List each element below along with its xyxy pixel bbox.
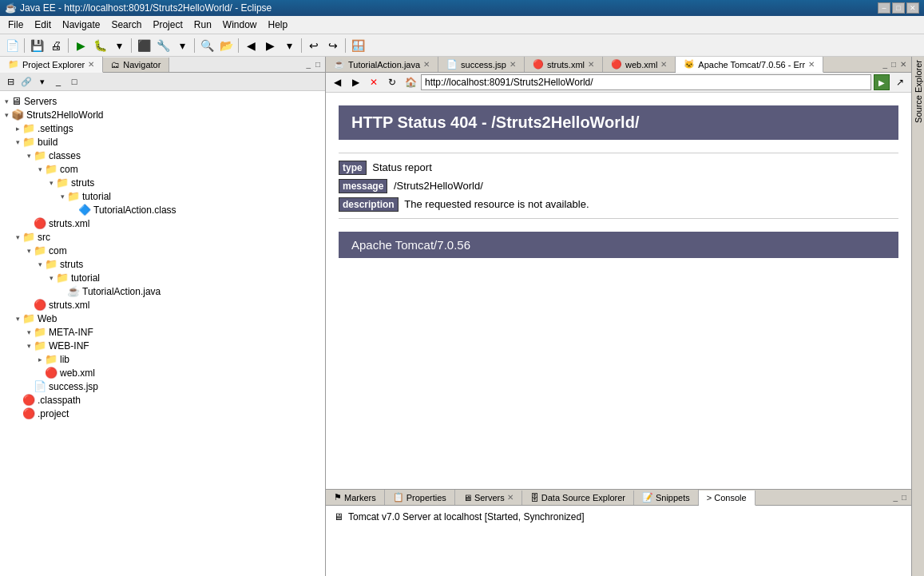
next-edit-button[interactable]: ↪ [324, 37, 342, 54]
tree-expander[interactable]: ▾ [2, 97, 11, 106]
back-button[interactable]: ◀ [242, 37, 260, 54]
tree-item[interactable]: ▾ 🖥 Servers [0, 94, 325, 108]
tree-expander[interactable]: ▾ [13, 232, 22, 242]
bottom-tab-console[interactable]: >Console [699, 491, 755, 506]
bottom-tab-servers[interactable]: 🖥Servers✕ [455, 491, 522, 505]
tree-item[interactable]: ▾ 📁 src [0, 230, 325, 244]
editor-tab-struts-xml[interactable]: 🔴struts.xml✕ [525, 57, 603, 72]
new-button[interactable]: 📄 [3, 37, 21, 54]
tree-item[interactable]: ▸ 📁 lib [0, 352, 325, 366]
tree-expander[interactable] [24, 300, 34, 310]
tree-expander[interactable]: ▾ [13, 137, 22, 147]
tree-item[interactable]: ▾ 📁 Web [0, 312, 325, 325]
editor-tab-web-xml[interactable]: 🔴web.xml✕ [603, 57, 676, 72]
search-button[interactable]: 🔍 [198, 37, 216, 54]
tree-expander[interactable] [35, 368, 45, 378]
browser-home-button[interactable]: 🏠 [403, 74, 418, 90]
tree-expander[interactable]: ▾ [24, 341, 34, 351]
title-bar-controls[interactable]: – □ ✕ [878, 2, 919, 14]
bottom-panel-minimize[interactable]: _ [891, 492, 899, 503]
tree-expander[interactable] [24, 382, 34, 391]
browser-url-input[interactable] [421, 74, 871, 90]
editor-tab-close-icon[interactable]: ✕ [588, 60, 594, 69]
tree-expander[interactable]: ▾ [35, 165, 45, 174]
debug-button[interactable]: 🐛 [91, 37, 109, 54]
tree-expander[interactable] [24, 219, 34, 228]
tree-min-button[interactable]: _ [51, 74, 65, 89]
tree-expander[interactable]: ▾ [35, 260, 45, 269]
tree-item[interactable]: ▾ 📁 META-INF [0, 325, 325, 339]
close-button[interactable]: ✕ [906, 2, 919, 14]
tree-expander[interactable]: ▸ [13, 124, 22, 133]
perspective-button[interactable]: 🪟 [349, 37, 367, 54]
tree-expander[interactable]: ▾ [58, 192, 67, 201]
explorer-tab-project-explorer[interactable]: 📁Project Explorer✕ [0, 57, 103, 73]
editor-tab-close-icon[interactable]: ✕ [423, 60, 430, 69]
tree-expander[interactable]: ▾ [46, 273, 56, 283]
source-explorer-label[interactable]: Source Explorer [912, 57, 924, 126]
stop-server-button[interactable]: ⬛ [135, 37, 153, 54]
nav-dropdown[interactable]: ▾ [280, 37, 298, 54]
tree-expander[interactable] [69, 205, 78, 215]
tree-expander[interactable] [13, 409, 22, 419]
print-button[interactable]: 🖨 [47, 37, 65, 54]
editor-tab-close-icon[interactable]: ✕ [510, 60, 516, 69]
minimize-button[interactable]: – [878, 2, 890, 14]
editor-panel-minimize[interactable]: _ [881, 59, 889, 70]
browser-back-button[interactable]: ◀ [329, 74, 345, 90]
panel-maximize-button[interactable]: □ [314, 59, 322, 70]
tree-item[interactable]: 🔴 struts.xml [0, 298, 325, 312]
menu-item-run[interactable]: Run [189, 18, 216, 32]
browser-open-external-button[interactable]: ↗ [892, 74, 908, 90]
menu-item-file[interactable]: File [3, 18, 28, 32]
panel-minimize-button[interactable]: _ [304, 59, 312, 70]
tree-expander[interactable]: ▾ [46, 178, 56, 188]
run-button[interactable]: ▶ [72, 37, 89, 54]
tree-item[interactable]: ▾ 📁 classes [0, 149, 325, 162]
bottom-tab-snippets[interactable]: 📝Snippets [634, 490, 699, 505]
tree-expander[interactable]: ▾ [24, 246, 34, 256]
editor-tab-close-icon[interactable]: ✕ [808, 60, 815, 69]
tree-expander[interactable]: ▾ [2, 110, 11, 120]
menu-item-window[interactable]: Window [218, 18, 262, 32]
bottom-tab-close-icon[interactable]: ✕ [507, 493, 514, 502]
menu-item-edit[interactable]: Edit [30, 18, 56, 32]
tree-item[interactable]: ▾ 📁 com [0, 162, 325, 176]
editor-panel-close[interactable]: ✕ [898, 59, 908, 70]
maximize-button[interactable]: □ [892, 2, 905, 14]
editor-panel-maximize[interactable]: □ [890, 59, 898, 70]
editor-tab-close-icon[interactable]: ✕ [660, 60, 667, 69]
bottom-panel-maximize[interactable]: □ [900, 492, 908, 503]
bottom-tab-data-source[interactable]: 🗄Data Source Explorer [522, 491, 634, 505]
tree-expander[interactable]: ▸ [35, 355, 45, 364]
bottom-tab-properties[interactable]: 📋Properties [385, 490, 455, 505]
tree-item[interactable]: 🔴 .project [0, 407, 325, 420]
run-dropdown[interactable]: ▾ [110, 37, 128, 54]
explorer-tab-navigator[interactable]: 🗂Navigator [103, 58, 169, 72]
tree-item[interactable]: ▾ 📁 struts [0, 176, 325, 189]
browser-stop-button[interactable]: ✕ [366, 74, 382, 90]
tree-item[interactable]: ▾ 📁 com [0, 244, 325, 257]
collapse-all-button[interactable]: ⊟ [3, 74, 18, 89]
tree-item[interactable]: ▾ 📁 struts [0, 257, 325, 271]
browser-forward-button[interactable]: ▶ [347, 74, 363, 90]
browser-go-button[interactable]: ▶ [874, 74, 890, 90]
tree-item[interactable]: ▸ 📁 .settings [0, 121, 325, 135]
tree-item[interactable]: 🔷 TutorialAction.class [0, 203, 325, 216]
editor-tab-tutorial-action-java[interactable]: ☕TutorialAction.java✕ [326, 57, 438, 72]
tab-close-icon[interactable]: ✕ [88, 60, 94, 69]
bottom-tab-markers[interactable]: ⚑Markers [326, 490, 385, 505]
menu-item-search[interactable]: Search [106, 18, 146, 32]
prev-edit-button[interactable]: ↩ [305, 37, 323, 54]
tree-item[interactable]: ▾ 📁 WEB-INF [0, 339, 325, 352]
tree-expander[interactable]: ▾ [24, 328, 34, 337]
menu-item-project[interactable]: Project [148, 18, 187, 32]
tree-menu-button[interactable]: ▾ [35, 74, 50, 89]
external-tools-button[interactable]: 🔧 [154, 37, 172, 54]
link-with-editor-button[interactable]: 🔗 [19, 74, 34, 89]
tree-item[interactable]: ▾ 📁 tutorial [0, 271, 325, 284]
tree-max-button[interactable]: □ [67, 74, 81, 89]
open-type-button[interactable]: 📂 [217, 37, 235, 54]
tree-item[interactable]: ▾ 📁 build [0, 135, 325, 149]
forward-button[interactable]: ▶ [261, 37, 279, 54]
